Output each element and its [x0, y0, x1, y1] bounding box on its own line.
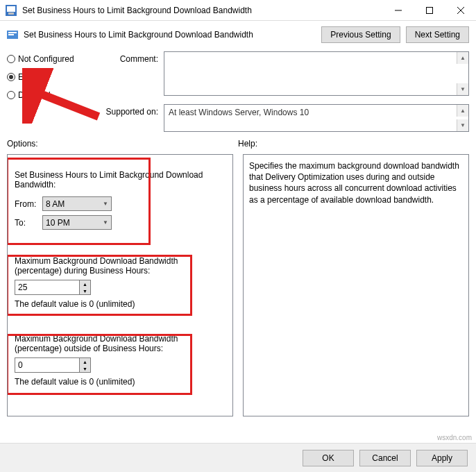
radio-enabled[interactable]: Enabled	[7, 72, 90, 82]
app-icon	[6, 5, 17, 16]
comment-textarea[interactable]: ▲▼	[164, 51, 469, 96]
titlebar: Set Business Hours to Limit Background D…	[0, 0, 476, 21]
close-button[interactable]	[445, 0, 476, 20]
maximize-button[interactable]	[414, 0, 445, 20]
scroll-up-icon[interactable]: ▲	[457, 105, 468, 117]
svg-rect-1	[7, 6, 15, 12]
highlight-box	[7, 255, 192, 316]
cancel-button[interactable]: Cancel	[359, 450, 411, 466]
help-text: Specifies the maximum background downloa…	[249, 160, 463, 205]
supported-on-value: At least Windows Server, Windows 10	[169, 108, 309, 117]
radio-disabled-label: Disabled	[18, 90, 51, 100]
radio-not-configured-label: Not Configured	[18, 54, 74, 64]
help-label: Help:	[238, 139, 469, 149]
minimize-button[interactable]	[382, 0, 414, 20]
footer: OK Cancel Apply	[0, 443, 476, 472]
supported-on-box: At least Windows Server, Windows 10 ▲▼	[164, 104, 469, 132]
options-label: Options:	[7, 139, 238, 149]
radio-disabled[interactable]: Disabled	[7, 90, 90, 100]
previous-setting-button[interactable]: Previous Setting	[321, 26, 400, 43]
highlight-box	[7, 334, 192, 395]
window-title: Set Business Hours to Limit Background D…	[22, 6, 382, 15]
scroll-down-icon[interactable]: ▼	[457, 119, 468, 131]
svg-rect-9	[8, 34, 14, 35]
help-pane: Specifies the maximum background downloa…	[243, 154, 469, 416]
next-setting-button[interactable]: Next Setting	[406, 26, 469, 43]
options-pane: Set Business Hours to Limit Background D…	[7, 154, 233, 416]
radio-not-configured[interactable]: Not Configured	[7, 54, 90, 64]
svg-rect-8	[8, 32, 17, 33]
supported-on-label: Supported on:	[96, 104, 158, 117]
svg-rect-4	[426, 7, 432, 13]
ok-button[interactable]: OK	[303, 450, 354, 466]
highlight-box	[7, 158, 151, 245]
policy-icon	[7, 29, 18, 40]
scroll-up-icon[interactable]: ▲	[457, 52, 468, 64]
scroll-down-icon[interactable]: ▼	[457, 83, 468, 95]
radio-enabled-label: Enabled	[18, 72, 49, 82]
apply-button[interactable]: Apply	[416, 450, 468, 466]
svg-rect-2	[8, 12, 14, 15]
watermark: wsxdn.com	[437, 434, 472, 441]
comment-label: Comment:	[96, 51, 158, 64]
header-title: Set Business Hours to Limit Background D…	[24, 30, 316, 40]
header-bar: Set Business Hours to Limit Background D…	[0, 21, 476, 49]
